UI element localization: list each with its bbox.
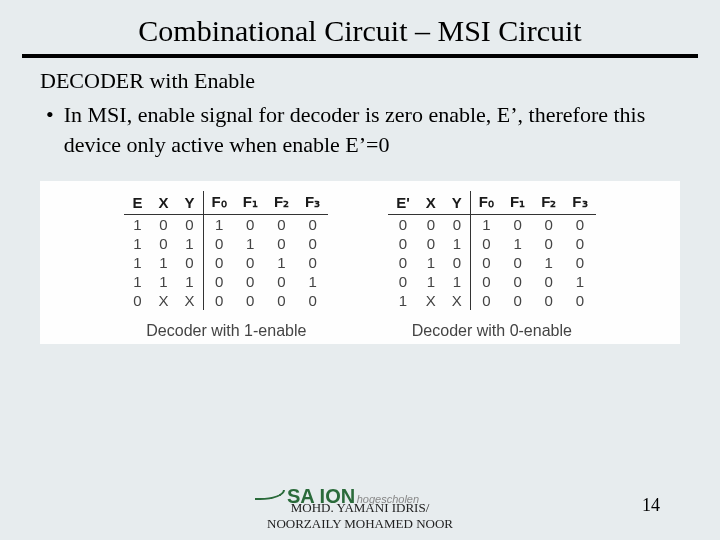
- cell: 0: [203, 253, 235, 272]
- col-header: F₀: [203, 191, 235, 215]
- col-header: F₁: [235, 191, 266, 215]
- author-footer: MOHD. YAMANI IDRIS/ NOORZAILY MOHAMED NO…: [230, 500, 490, 533]
- cell: 0: [203, 272, 235, 291]
- cell: 0: [564, 253, 595, 272]
- cell: 0: [266, 291, 297, 310]
- cell: 0: [124, 291, 150, 310]
- col-header: E': [388, 191, 418, 215]
- author-line-2: NOORZAILY MOHAMED NOOR: [230, 516, 490, 532]
- cell: 0: [266, 215, 297, 235]
- col-header: X: [418, 191, 444, 215]
- truth-tables: EXYF₀F₁F₂F₃10010001010100110001011100010…: [40, 181, 680, 344]
- cell: X: [444, 291, 471, 310]
- col-header: X: [151, 191, 177, 215]
- table-row: 1XX0000: [388, 291, 595, 310]
- cell: 0: [564, 234, 595, 253]
- cell: 0: [203, 234, 235, 253]
- table-row: 0XX0000: [124, 291, 328, 310]
- cell: 1: [235, 234, 266, 253]
- cell: 1: [444, 272, 471, 291]
- cell: 1: [151, 253, 177, 272]
- cell: 0: [418, 234, 444, 253]
- cell: 0: [564, 291, 595, 310]
- bullet-text: In MSI, enable signal for decoder is zer…: [64, 100, 680, 159]
- author-line-1: MOHD. YAMANI IDRIS/: [230, 500, 490, 516]
- cell: 0: [533, 291, 564, 310]
- cell: 1: [533, 253, 564, 272]
- table-caption: Decoder with 1-enable: [124, 322, 328, 340]
- cell: 0: [533, 234, 564, 253]
- cell: 0: [470, 253, 502, 272]
- table-row: 0100010: [388, 253, 595, 272]
- col-header: E: [124, 191, 150, 215]
- cell: 0: [533, 272, 564, 291]
- cell: 0: [533, 215, 564, 235]
- cell: 0: [388, 272, 418, 291]
- cell: 0: [502, 215, 533, 235]
- table-row: 0001000: [388, 215, 595, 235]
- cell: 1: [266, 253, 297, 272]
- page-title: Combinational Circuit – MSI Circuit: [22, 0, 698, 58]
- logo-swoosh-icon: [255, 490, 285, 500]
- cell: 0: [151, 215, 177, 235]
- cell: 0: [444, 215, 471, 235]
- cell: 0: [266, 272, 297, 291]
- bullet-item: • In MSI, enable signal for decoder is z…: [40, 100, 680, 159]
- cell: X: [418, 291, 444, 310]
- col-header: F₃: [297, 191, 328, 215]
- cell: 0: [235, 253, 266, 272]
- cell: 1: [177, 272, 204, 291]
- cell: 1: [502, 234, 533, 253]
- col-header: F₂: [266, 191, 297, 215]
- cell: 0: [502, 253, 533, 272]
- cell: 0: [444, 253, 471, 272]
- cell: 0: [266, 234, 297, 253]
- col-header: Y: [177, 191, 204, 215]
- cell: 0: [470, 272, 502, 291]
- cell: 1: [124, 253, 150, 272]
- content-area: DECODER with Enable • In MSI, enable sig…: [0, 68, 720, 344]
- cell: 0: [203, 291, 235, 310]
- col-header: F₀: [470, 191, 502, 215]
- cell: 0: [388, 215, 418, 235]
- cell: 0: [388, 234, 418, 253]
- cell: 0: [388, 253, 418, 272]
- cell: 0: [235, 215, 266, 235]
- cell: 0: [502, 291, 533, 310]
- cell: 1: [470, 215, 502, 235]
- cell: 1: [124, 272, 150, 291]
- cell: 1: [203, 215, 235, 235]
- cell: 0: [177, 215, 204, 235]
- cell: 0: [297, 291, 328, 310]
- cell: 1: [444, 234, 471, 253]
- cell: X: [151, 291, 177, 310]
- cell: 0: [470, 234, 502, 253]
- section-subhead: DECODER with Enable: [40, 68, 680, 94]
- col-header: F₂: [533, 191, 564, 215]
- cell: 1: [418, 272, 444, 291]
- cell: 0: [235, 291, 266, 310]
- table-row: 1001000: [124, 215, 328, 235]
- table-row: 1010100: [124, 234, 328, 253]
- cell: 1: [151, 272, 177, 291]
- truth-table: EXYF₀F₁F₂F₃10010001010100110001011100010…: [124, 191, 328, 340]
- cell: 0: [235, 272, 266, 291]
- cell: 1: [388, 291, 418, 310]
- cell: 0: [297, 215, 328, 235]
- cell: 1: [124, 215, 150, 235]
- cell: 0: [297, 253, 328, 272]
- truth-table: E'XYF₀F₁F₂F₃0001000001010001000100110001…: [388, 191, 595, 340]
- col-header: F₁: [502, 191, 533, 215]
- cell: 0: [502, 272, 533, 291]
- cell: 0: [564, 215, 595, 235]
- cell: 0: [297, 234, 328, 253]
- page-number: 14: [642, 495, 660, 516]
- table-row: 0110001: [388, 272, 595, 291]
- cell: 1: [564, 272, 595, 291]
- cell: 1: [418, 253, 444, 272]
- cell: 1: [297, 272, 328, 291]
- cell: 1: [177, 234, 204, 253]
- table-row: 0010100: [388, 234, 595, 253]
- cell: 0: [177, 253, 204, 272]
- col-header: F₃: [564, 191, 595, 215]
